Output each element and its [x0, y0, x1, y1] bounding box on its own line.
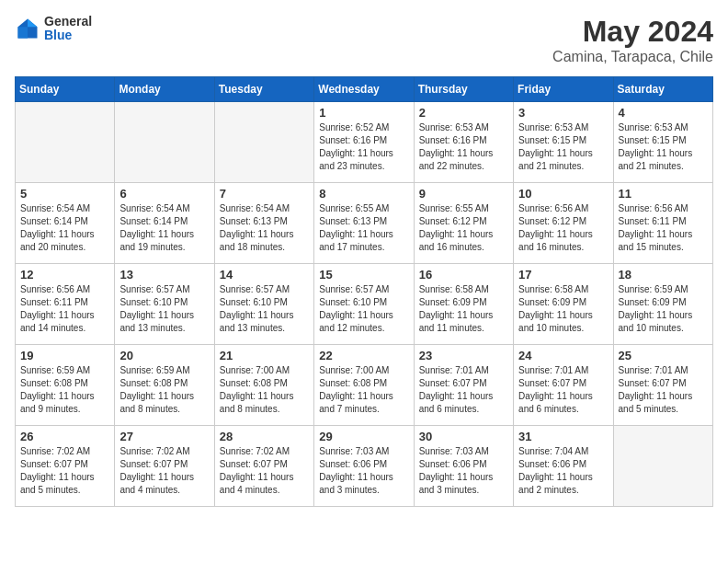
day-number: 13 — [119, 268, 209, 282]
day-content: Sunrise: 6:58 AM Sunset: 6:09 PM Dayligh… — [419, 283, 508, 335]
day-number: 28 — [220, 430, 309, 443]
calendar-cell — [16, 102, 115, 183]
calendar-cell: 1Sunrise: 6:52 AM Sunset: 6:16 PM Daylig… — [314, 102, 414, 183]
calendar-cell: 2Sunrise: 6:53 AM Sunset: 6:16 PM Daylig… — [414, 102, 513, 183]
calendar-week-row: 12Sunrise: 6:56 AM Sunset: 6:11 PM Dayli… — [16, 264, 713, 345]
calendar-cell: 10Sunrise: 6:56 AM Sunset: 6:12 PM Dayli… — [514, 183, 613, 264]
calendar-header-row: SundayMondayTuesdayWednesdayThursdayFrid… — [16, 77, 713, 102]
calendar-week-row: 1Sunrise: 6:52 AM Sunset: 6:16 PM Daylig… — [16, 102, 713, 183]
month-year-title: May 2024 — [552, 15, 713, 49]
day-content: Sunrise: 6:55 AM Sunset: 6:12 PM Dayligh… — [419, 202, 508, 254]
day-number: 3 — [518, 106, 608, 120]
day-content: Sunrise: 6:59 AM Sunset: 6:09 PM Dayligh… — [619, 283, 708, 335]
day-number: 12 — [20, 268, 109, 282]
day-content: Sunrise: 7:01 AM Sunset: 6:07 PM Dayligh… — [419, 364, 508, 416]
day-number: 19 — [20, 349, 109, 362]
logo: General Blue — [15, 15, 92, 43]
day-content: Sunrise: 7:01 AM Sunset: 6:07 PM Dayligh… — [518, 364, 608, 416]
day-number: 31 — [518, 430, 608, 443]
day-content: Sunrise: 6:55 AM Sunset: 6:13 PM Dayligh… — [319, 202, 408, 254]
day-number: 8 — [319, 187, 408, 201]
day-content: Sunrise: 6:53 AM Sunset: 6:15 PM Dayligh… — [518, 121, 608, 173]
day-content: Sunrise: 6:54 AM Sunset: 6:14 PM Dayligh… — [119, 202, 209, 254]
calendar-cell — [214, 102, 313, 183]
day-header-tuesday: Tuesday — [214, 77, 313, 102]
day-content: Sunrise: 7:02 AM Sunset: 6:07 PM Dayligh… — [119, 445, 209, 497]
logo-icon — [15, 16, 40, 41]
calendar-cell: 17Sunrise: 6:58 AM Sunset: 6:09 PM Dayli… — [514, 264, 613, 345]
day-number: 16 — [419, 268, 508, 282]
page-header: General Blue May 2024 Camina, Tarapaca, … — [15, 15, 713, 65]
day-number: 10 — [518, 187, 608, 201]
calendar-cell — [613, 426, 712, 507]
calendar-cell: 3Sunrise: 6:53 AM Sunset: 6:15 PM Daylig… — [514, 102, 613, 183]
calendar-cell — [115, 102, 214, 183]
logo-general-text: General — [44, 14, 92, 29]
calendar-cell: 19Sunrise: 6:59 AM Sunset: 6:08 PM Dayli… — [16, 345, 115, 426]
day-number: 30 — [419, 430, 508, 443]
calendar-cell: 23Sunrise: 7:01 AM Sunset: 6:07 PM Dayli… — [414, 345, 513, 426]
calendar-cell: 6Sunrise: 6:54 AM Sunset: 6:14 PM Daylig… — [115, 183, 214, 264]
day-header-friday: Friday — [514, 77, 613, 102]
day-content: Sunrise: 7:03 AM Sunset: 6:06 PM Dayligh… — [419, 445, 508, 497]
calendar-cell: 9Sunrise: 6:55 AM Sunset: 6:12 PM Daylig… — [414, 183, 513, 264]
calendar-table: SundayMondayTuesdayWednesdayThursdayFrid… — [15, 76, 713, 507]
day-content: Sunrise: 7:00 AM Sunset: 6:08 PM Dayligh… — [319, 364, 408, 416]
day-content: Sunrise: 6:56 AM Sunset: 6:12 PM Dayligh… — [518, 202, 608, 254]
day-content: Sunrise: 6:57 AM Sunset: 6:10 PM Dayligh… — [119, 283, 209, 335]
day-content: Sunrise: 7:03 AM Sunset: 6:06 PM Dayligh… — [319, 445, 408, 497]
svg-marker-2 — [18, 28, 28, 39]
day-number: 11 — [619, 187, 708, 201]
calendar-cell: 22Sunrise: 7:00 AM Sunset: 6:08 PM Dayli… — [314, 345, 414, 426]
day-number: 20 — [119, 349, 209, 362]
day-number: 25 — [619, 349, 708, 362]
day-number: 5 — [20, 187, 109, 201]
day-number: 22 — [319, 349, 408, 362]
day-content: Sunrise: 6:52 AM Sunset: 6:16 PM Dayligh… — [319, 121, 408, 173]
day-content: Sunrise: 7:04 AM Sunset: 6:06 PM Dayligh… — [518, 445, 608, 497]
calendar-cell: 29Sunrise: 7:03 AM Sunset: 6:06 PM Dayli… — [314, 426, 414, 507]
calendar-cell: 7Sunrise: 6:54 AM Sunset: 6:13 PM Daylig… — [214, 183, 313, 264]
day-number: 6 — [119, 187, 209, 201]
day-header-wednesday: Wednesday — [314, 77, 414, 102]
calendar-cell: 31Sunrise: 7:04 AM Sunset: 6:06 PM Dayli… — [514, 426, 613, 507]
day-content: Sunrise: 6:57 AM Sunset: 6:10 PM Dayligh… — [220, 283, 309, 335]
day-number: 27 — [119, 430, 209, 443]
calendar-cell: 11Sunrise: 6:56 AM Sunset: 6:11 PM Dayli… — [613, 183, 712, 264]
calendar-cell: 8Sunrise: 6:55 AM Sunset: 6:13 PM Daylig… — [314, 183, 414, 264]
day-content: Sunrise: 6:56 AM Sunset: 6:11 PM Dayligh… — [20, 283, 109, 335]
calendar-cell: 12Sunrise: 6:56 AM Sunset: 6:11 PM Dayli… — [16, 264, 115, 345]
day-number: 26 — [20, 430, 109, 443]
calendar-cell: 28Sunrise: 7:02 AM Sunset: 6:07 PM Dayli… — [214, 426, 313, 507]
calendar-cell: 18Sunrise: 6:59 AM Sunset: 6:09 PM Dayli… — [613, 264, 712, 345]
day-number: 18 — [619, 268, 708, 282]
calendar-cell: 20Sunrise: 6:59 AM Sunset: 6:08 PM Dayli… — [115, 345, 214, 426]
day-number: 9 — [419, 187, 508, 201]
calendar-week-row: 19Sunrise: 6:59 AM Sunset: 6:08 PM Dayli… — [16, 345, 713, 426]
day-header-saturday: Saturday — [613, 77, 712, 102]
day-content: Sunrise: 6:59 AM Sunset: 6:08 PM Dayligh… — [119, 364, 209, 416]
location-subtitle: Camina, Tarapaca, Chile — [552, 49, 713, 65]
day-content: Sunrise: 7:02 AM Sunset: 6:07 PM Dayligh… — [20, 445, 109, 497]
day-content: Sunrise: 6:53 AM Sunset: 6:16 PM Dayligh… — [419, 121, 508, 173]
calendar-week-row: 26Sunrise: 7:02 AM Sunset: 6:07 PM Dayli… — [16, 426, 713, 507]
day-content: Sunrise: 6:54 AM Sunset: 6:14 PM Dayligh… — [20, 202, 109, 254]
calendar-cell: 21Sunrise: 7:00 AM Sunset: 6:08 PM Dayli… — [214, 345, 313, 426]
day-number: 21 — [220, 349, 309, 362]
day-number: 24 — [518, 349, 608, 362]
day-content: Sunrise: 6:58 AM Sunset: 6:09 PM Dayligh… — [518, 283, 608, 335]
calendar-week-row: 5Sunrise: 6:54 AM Sunset: 6:14 PM Daylig… — [16, 183, 713, 264]
day-content: Sunrise: 6:56 AM Sunset: 6:11 PM Dayligh… — [619, 202, 708, 254]
calendar-cell: 15Sunrise: 6:57 AM Sunset: 6:10 PM Dayli… — [314, 264, 414, 345]
day-number: 15 — [319, 268, 408, 282]
calendar-cell: 16Sunrise: 6:58 AM Sunset: 6:09 PM Dayli… — [414, 264, 513, 345]
day-number: 4 — [619, 106, 708, 120]
day-content: Sunrise: 6:59 AM Sunset: 6:08 PM Dayligh… — [20, 364, 109, 416]
calendar-cell: 27Sunrise: 7:02 AM Sunset: 6:07 PM Dayli… — [115, 426, 214, 507]
calendar-cell: 24Sunrise: 7:01 AM Sunset: 6:07 PM Dayli… — [514, 345, 613, 426]
day-number: 17 — [518, 268, 608, 282]
calendar-cell: 4Sunrise: 6:53 AM Sunset: 6:15 PM Daylig… — [613, 102, 712, 183]
day-number: 29 — [319, 430, 408, 443]
title-block: May 2024 Camina, Tarapaca, Chile — [552, 15, 713, 65]
calendar-cell: 26Sunrise: 7:02 AM Sunset: 6:07 PM Dayli… — [16, 426, 115, 507]
